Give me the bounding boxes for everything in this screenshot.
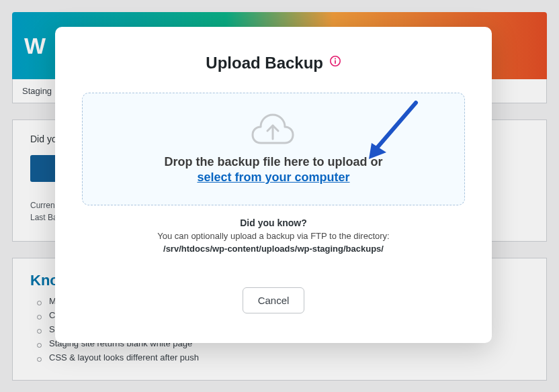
modal-title-text: Upload Backup	[206, 54, 323, 72]
upload-dropzone[interactable]: Drop the backup file here to upload or s…	[82, 93, 465, 205]
select-from-computer-link[interactable]: select from your computer	[96, 170, 451, 185]
svg-rect-2	[335, 60, 336, 64]
annotation-arrow-icon	[363, 99, 424, 166]
svg-point-1	[335, 58, 336, 59]
upload-backup-modal: Upload Backup Drop the backup file here …	[55, 27, 492, 343]
info-icon[interactable]	[329, 55, 341, 67]
cancel-button[interactable]: Cancel	[243, 287, 305, 313]
did-you-know: Did you know? You can optionally upload …	[82, 217, 465, 254]
did-you-know-title: Did you know?	[82, 217, 465, 228]
modal-title: Upload Backup	[82, 54, 465, 72]
did-you-know-text: You can optionally upload a backup via F…	[82, 231, 465, 241]
did-you-know-path: /srv/htdocs/wp-content/uploads/wp-stagin…	[82, 244, 465, 254]
